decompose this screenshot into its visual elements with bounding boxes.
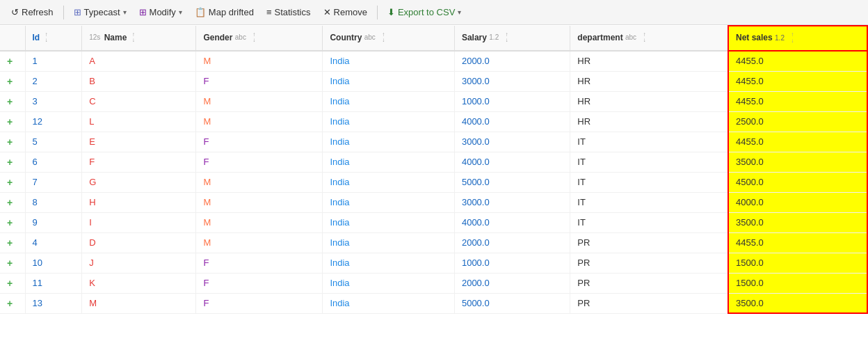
gender-cell: M — [196, 212, 323, 232]
department-cell: HR — [570, 51, 728, 72]
add-cell[interactable]: + — [0, 253, 25, 273]
name-cell: L — [82, 111, 196, 132]
gender-value: M — [203, 116, 211, 127]
gender-col-header[interactable]: Gender abc ↑↓ — [196, 26, 323, 51]
id-link[interactable]: 6 — [33, 157, 38, 167]
country-cell: India — [323, 152, 455, 172]
add-row-icon[interactable]: + — [7, 157, 13, 168]
add-cell[interactable]: + — [0, 172, 25, 192]
country-cell: India — [323, 172, 455, 192]
country-value: India — [330, 96, 349, 106]
gender-cell: F — [196, 293, 323, 313]
add-row-icon[interactable]: + — [7, 56, 13, 67]
add-row-icon[interactable]: + — [7, 197, 13, 208]
id-link[interactable]: 5 — [33, 136, 38, 147]
country-cell: India — [323, 91, 455, 111]
map-drifted-icon: 📋 — [195, 7, 206, 17]
id-link[interactable]: 2 — [33, 76, 38, 86]
gender-cell: M — [196, 111, 323, 132]
id-cell: 6 — [25, 152, 82, 172]
net-sales-cell: 4455.0 — [728, 132, 867, 152]
gender-cell: F — [196, 273, 323, 293]
table-row: +10JFIndia1000.0PR1500.0 — [0, 253, 867, 273]
add-cell[interactable]: + — [0, 111, 25, 132]
add-cell[interactable]: + — [0, 212, 25, 232]
salary-value: 4000.0 — [462, 217, 490, 228]
id-link[interactable]: 8 — [33, 197, 38, 207]
add-row-icon[interactable]: + — [7, 76, 13, 87]
add-cell[interactable]: + — [0, 273, 25, 293]
net-sales-cell: 2500.0 — [728, 111, 867, 132]
salary-sort-icon[interactable]: ↑↓ — [506, 32, 508, 45]
id-link[interactable]: 11 — [33, 278, 42, 288]
export-button[interactable]: ⬇ Export to CSV ▾ — [382, 4, 467, 20]
id-link[interactable]: 10 — [33, 258, 42, 268]
id-link[interactable]: 13 — [33, 298, 42, 308]
typecast-chevron: ▾ — [123, 8, 127, 16]
country-col-header[interactable]: Country abc ↑↓ — [323, 26, 455, 51]
country-value: India — [330, 217, 349, 228]
net-sales-col-header[interactable]: Net sales 1.2 ↑↓ — [728, 26, 867, 51]
id-cell: 2 — [25, 71, 82, 91]
country-sort-icon[interactable]: ↑↓ — [382, 32, 385, 45]
name-value: L — [89, 116, 94, 127]
add-row-icon[interactable]: + — [7, 177, 13, 188]
id-link[interactable]: 3 — [33, 96, 38, 106]
add-row-icon[interactable]: + — [7, 136, 13, 148]
add-row-icon[interactable]: + — [7, 116, 13, 127]
add-row-icon[interactable]: + — [7, 237, 13, 248]
department-cell: IT — [570, 132, 728, 152]
id-link[interactable]: 12 — [33, 116, 42, 127]
statistics-button[interactable]: ≡ Statistics — [261, 4, 316, 20]
add-row-icon[interactable]: + — [7, 278, 13, 289]
country-cell: India — [323, 293, 455, 313]
add-row-icon[interactable]: + — [7, 217, 13, 228]
refresh-button[interactable]: ↺ Refresh — [6, 4, 59, 20]
id-link[interactable]: 4 — [33, 237, 38, 248]
add-cell[interactable]: + — [0, 192, 25, 212]
name-sort-icon[interactable]: ↑↓ — [132, 32, 135, 45]
id-col-header[interactable]: Id ↑↓ — [25, 26, 82, 51]
country-cell: India — [323, 273, 455, 293]
id-link[interactable]: 1 — [33, 56, 38, 66]
add-row-icon[interactable]: + — [7, 258, 13, 269]
country-value: India — [330, 237, 349, 248]
table-row: +5EFIndia3000.0IT4455.0 — [0, 132, 867, 152]
gender-value: F — [203, 136, 209, 147]
gender-header-label: Gender — [203, 32, 232, 42]
net-sales-sort-icon[interactable]: ↑↓ — [791, 32, 794, 45]
net-sales-cell: 4455.0 — [728, 232, 867, 253]
department-cell: IT — [570, 172, 728, 192]
department-cell: HR — [570, 111, 728, 132]
salary-cell: 4000.0 — [454, 152, 570, 172]
salary-col-header[interactable]: Salary 1.2 ↑↓ — [454, 26, 570, 51]
id-sort-icon[interactable]: ↑↓ — [45, 32, 48, 45]
salary-value: 1000.0 — [462, 258, 490, 268]
name-col-header[interactable]: 12s Name ↑↓ — [82, 26, 196, 51]
modify-button[interactable]: ⊞ Modify ▾ — [134, 4, 188, 20]
typecast-button[interactable]: ⊞ Typecast ▾ — [68, 4, 132, 20]
add-row-icon[interactable]: + — [7, 298, 13, 309]
add-cell[interactable]: + — [0, 132, 25, 152]
add-cell[interactable]: + — [0, 71, 25, 91]
add-cell[interactable]: + — [0, 232, 25, 253]
add-cell[interactable]: + — [0, 293, 25, 313]
name-header-label: Name — [104, 32, 127, 42]
id-link[interactable]: 9 — [33, 217, 38, 228]
id-link[interactable]: 7 — [33, 177, 38, 187]
add-row-icon[interactable]: + — [7, 96, 13, 107]
statistics-label: Statistics — [275, 7, 311, 17]
name-cell: D — [82, 232, 196, 253]
add-cell[interactable]: + — [0, 152, 25, 172]
name-cell: G — [82, 172, 196, 192]
remove-button[interactable]: ✕ Remove — [318, 4, 373, 20]
name-value: H — [89, 197, 95, 207]
department-sort-icon[interactable]: ↑↓ — [643, 32, 645, 45]
add-cell[interactable]: + — [0, 91, 25, 111]
name-type-badge: 12s — [89, 33, 100, 41]
gender-sort-icon[interactable]: ↑↓ — [252, 32, 255, 45]
add-cell[interactable]: + — [0, 51, 25, 72]
map-drifted-button[interactable]: 📋 Map drifted — [189, 4, 259, 20]
name-cell: K — [82, 273, 196, 293]
department-col-header[interactable]: department abc ↑↓ — [570, 26, 728, 51]
